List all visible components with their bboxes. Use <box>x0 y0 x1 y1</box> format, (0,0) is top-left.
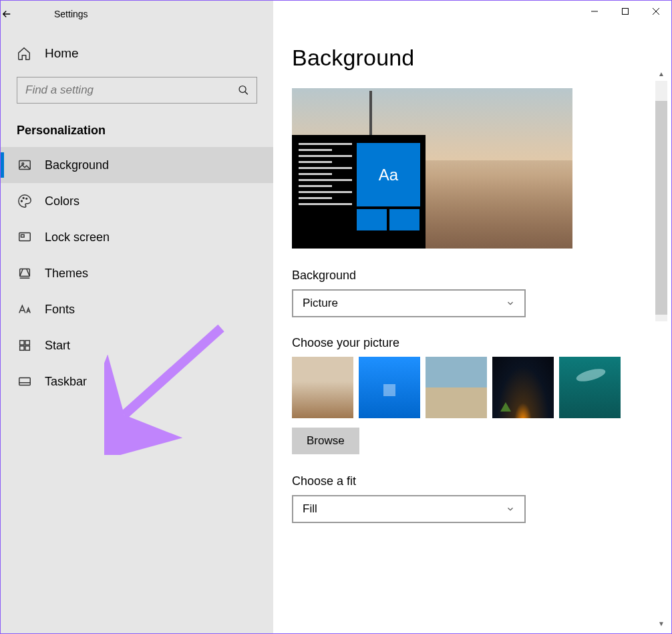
chevron-down-icon <box>506 299 515 308</box>
svg-rect-1 <box>623 9 629 15</box>
sidebar: Home Personalization Background Colors L… <box>1 1 273 633</box>
picture-thumbnails <box>292 357 653 418</box>
svg-rect-16 <box>20 346 24 350</box>
svg-point-10 <box>26 198 27 199</box>
lockscreen-icon <box>17 230 33 245</box>
sidebar-item-background[interactable]: Background <box>1 147 273 183</box>
scroll-up-arrow[interactable]: ▲ <box>655 67 667 80</box>
sidebar-item-taskbar[interactable]: Taskbar <box>1 363 273 400</box>
svg-rect-18 <box>19 378 31 385</box>
svg-point-8 <box>21 200 23 202</box>
svg-point-9 <box>23 198 24 199</box>
category-heading: Personalization <box>1 116 273 147</box>
sidebar-item-colors[interactable]: Colors <box>1 183 273 219</box>
desktop-preview: Aa <box>292 88 572 249</box>
picture-thumb-3[interactable] <box>426 357 487 418</box>
sidebar-item-label: Background <box>45 158 109 172</box>
minimize-button[interactable] <box>579 1 610 22</box>
sidebar-item-themes[interactable]: Themes <box>1 255 273 291</box>
sidebar-item-fonts[interactable]: Fonts <box>1 291 273 327</box>
svg-rect-12 <box>21 234 25 237</box>
picture-thumb-2[interactable] <box>359 357 420 418</box>
picture-thumb-1[interactable] <box>292 357 353 418</box>
start-menu-preview: Aa <box>292 135 426 249</box>
sidebar-item-label: Start <box>45 339 70 353</box>
taskbar-icon <box>17 374 33 389</box>
main-content: Background Aa Background Picture <box>273 1 671 633</box>
fonts-icon <box>17 302 33 317</box>
picture-icon <box>17 158 33 172</box>
start-icon <box>17 338 33 353</box>
scroll-down-arrow[interactable]: ▼ <box>655 617 667 629</box>
sidebar-item-label: Fonts <box>45 303 75 317</box>
preview-tile-text: Aa <box>357 143 420 206</box>
fit-section-label: Choose a fit <box>292 474 653 488</box>
sidebar-nav: Background Colors Lock screen Themes Fon… <box>1 147 273 400</box>
page-title: Background <box>292 45 653 71</box>
svg-rect-15 <box>25 341 29 345</box>
maximize-button[interactable] <box>610 1 641 22</box>
scrollbar-thumb[interactable] <box>655 101 667 315</box>
choose-picture-label: Choose your picture <box>292 336 653 350</box>
sidebar-item-start[interactable]: Start <box>1 327 273 363</box>
scrollbar[interactable] <box>655 81 667 321</box>
home-icon <box>17 46 33 61</box>
palette-icon <box>17 194 33 208</box>
background-section-label: Background <box>292 269 653 283</box>
picture-thumb-5[interactable] <box>559 357 621 418</box>
browse-button[interactable]: Browse <box>292 428 359 454</box>
svg-rect-17 <box>25 346 29 350</box>
sidebar-item-lockscreen[interactable]: Lock screen <box>1 219 273 255</box>
window-title: Settings <box>54 9 88 19</box>
themes-icon <box>17 266 33 281</box>
search-input[interactable] <box>17 77 257 104</box>
sidebar-item-label: Themes <box>45 267 88 281</box>
close-button[interactable] <box>641 1 671 22</box>
back-button[interactable] <box>1 8 34 20</box>
picture-thumb-4[interactable] <box>492 357 554 418</box>
chevron-down-icon <box>506 504 515 514</box>
title-bar: Settings <box>1 1 671 27</box>
fit-dropdown[interactable]: Fill <box>292 495 526 523</box>
home-nav[interactable]: Home <box>1 34 273 73</box>
sidebar-item-label: Lock screen <box>45 230 110 245</box>
sidebar-item-label: Taskbar <box>45 375 87 389</box>
background-dropdown-value: Picture <box>303 297 338 310</box>
sidebar-item-label: Colors <box>45 194 79 208</box>
background-dropdown[interactable]: Picture <box>292 289 526 317</box>
home-label: Home <box>45 46 79 61</box>
fit-dropdown-value: Fill <box>303 502 317 516</box>
svg-rect-14 <box>20 341 24 345</box>
